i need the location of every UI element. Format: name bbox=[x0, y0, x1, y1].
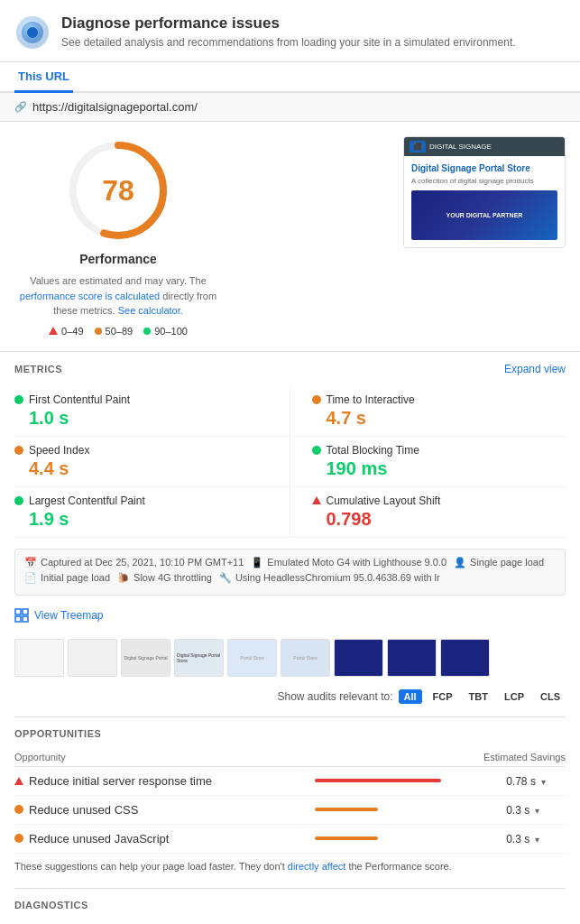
metric-tti-label: Time to Interactive bbox=[327, 393, 415, 406]
divider-1 bbox=[0, 351, 580, 352]
opp-bar-3 bbox=[315, 824, 507, 853]
filmstrip-frame-9 bbox=[440, 639, 490, 677]
filter-cls[interactable]: CLS bbox=[535, 689, 566, 704]
metric-lcp-value: 1.9 s bbox=[29, 509, 268, 530]
filter-all[interactable]: All bbox=[399, 689, 422, 704]
capture-load-type: 👤 Single page load bbox=[454, 557, 544, 568]
metric-lcp: Largest Contentful Paint 1.9 s bbox=[14, 487, 290, 538]
preview-image-text: YOUR DIGITAL PARTNER bbox=[447, 212, 523, 218]
filmstrip-frame-1 bbox=[14, 639, 64, 677]
capture-page-load: 📄 Initial page load bbox=[24, 572, 110, 584]
capture-info: 📅 Captured at Dec 25, 2021, 10:10 PM GMT… bbox=[14, 549, 566, 596]
header-icon bbox=[14, 14, 51, 51]
opp-savings-2[interactable]: 0.3 s ▾ bbox=[506, 795, 566, 824]
user-icon: 👤 bbox=[454, 557, 466, 568]
url-bar: 🔗 https://digitalsignageportal.com/ bbox=[0, 93, 580, 122]
treemap-icon bbox=[14, 608, 29, 623]
opp-savings-bar-1 bbox=[315, 779, 441, 782]
opp-col-savings: Estimated Savings bbox=[315, 748, 566, 767]
calendar-icon: 📅 bbox=[24, 557, 37, 568]
link-icon: 🔗 bbox=[14, 101, 27, 113]
opp-col-name: Opportunity bbox=[14, 748, 315, 767]
preview-header-text: DIGITAL SIGNAGE bbox=[429, 143, 492, 151]
filmstrip-frame-7 bbox=[334, 639, 383, 677]
preview-header: ⬛ DIGITAL SIGNAGE bbox=[404, 137, 565, 156]
filmstrip-frame-4: Digital Signage Portal Store bbox=[174, 639, 224, 677]
legend-good: 90–100 bbox=[143, 326, 188, 337]
opp-chevron-3: ▾ bbox=[535, 835, 539, 845]
opportunities-table: Opportunity Estimated Savings Reduce ini… bbox=[14, 748, 566, 854]
opp-row-1: Reduce initial server response time 0.78… bbox=[14, 766, 566, 795]
diag-item-1[interactable]: Ensure text remains visible during webfo… bbox=[14, 919, 566, 924]
expand-view-link[interactable]: Expand view bbox=[504, 363, 566, 375]
preview-site-title: Digital Signage Portal Store bbox=[411, 163, 557, 173]
filter-tbt[interactable]: TBT bbox=[464, 689, 493, 704]
page-title: Diagnose performance issues bbox=[61, 14, 516, 32]
capture-browser-text: Using HeadlessChromium 95.0.4638.69 with… bbox=[235, 572, 440, 583]
metric-tbt-indicator bbox=[312, 446, 321, 455]
preview-body: Digital Signage Portal Store A collectio… bbox=[404, 156, 565, 247]
page-header: Diagnose performance issues See detailed… bbox=[0, 0, 580, 62]
phone-icon: 📱 bbox=[251, 557, 263, 568]
metric-si-value: 4.4 s bbox=[29, 458, 268, 479]
score-see-calc-link[interactable]: See calculator. bbox=[118, 305, 183, 316]
capture-device-text: Emulated Moto G4 with Lighthouse 9.0.0 bbox=[267, 557, 447, 568]
opp-3-indicator bbox=[14, 834, 23, 843]
url-display: https://digitalsignageportal.com/ bbox=[32, 100, 198, 114]
divider-2 bbox=[14, 716, 566, 717]
opp-2-indicator bbox=[14, 805, 23, 814]
score-preview-row: 78 Performance Values are estimated and … bbox=[14, 136, 566, 337]
legend-avg-icon bbox=[95, 328, 102, 335]
metric-cls-indicator bbox=[312, 496, 321, 504]
metric-fcp-value: 1.0 s bbox=[29, 408, 268, 429]
filter-lcp[interactable]: LCP bbox=[499, 689, 529, 704]
metrics-grid: First Contentful Paint 1.0 s Time to Int… bbox=[14, 386, 566, 538]
tab-this-url[interactable]: This URL bbox=[14, 62, 73, 93]
metric-tti-indicator bbox=[312, 395, 321, 404]
opp-name-1: Reduce initial server response time bbox=[14, 766, 315, 795]
slow-icon: 🐌 bbox=[117, 572, 130, 584]
opp-note-link[interactable]: directly affect bbox=[288, 861, 346, 872]
opp-note: These suggestions can help your page loa… bbox=[14, 859, 566, 874]
filmstrip-frame-2 bbox=[68, 639, 117, 677]
opp-bar-2 bbox=[315, 795, 507, 824]
main-content: 78 Performance Values are estimated and … bbox=[0, 122, 580, 924]
preview-logo: ⬛ bbox=[410, 141, 426, 152]
legend-good-label: 90–100 bbox=[154, 326, 188, 337]
treemap-label: View Treemap bbox=[34, 609, 103, 622]
score-note: Values are estimated and may vary. The p… bbox=[19, 273, 217, 319]
page-icon: 📄 bbox=[24, 572, 37, 584]
svg-rect-8 bbox=[23, 616, 28, 622]
preview-site-desc: A collection of digital signage products bbox=[411, 177, 557, 185]
score-circle: 78 bbox=[64, 136, 172, 245]
audit-filter-label: Show audits relevant to: bbox=[277, 690, 392, 703]
metric-lcp-label: Largest Contentful Paint bbox=[29, 494, 145, 507]
filter-fcp[interactable]: FCP bbox=[428, 689, 458, 704]
metric-tti-value: 4.7 s bbox=[327, 408, 556, 429]
metrics-section-title: METRICS bbox=[14, 364, 62, 374]
opp-chevron-2: ▾ bbox=[535, 806, 539, 816]
legend-average: 50–89 bbox=[95, 326, 133, 337]
capture-load-type-text: Single page load bbox=[470, 557, 544, 568]
capture-browser: 🔧 Using HeadlessChromium 95.0.4638.69 wi… bbox=[219, 572, 440, 584]
opp-bar-1 bbox=[315, 766, 507, 795]
score-calc-link[interactable]: performance score is calculated bbox=[20, 291, 160, 301]
filmstrip-frame-5: Portal Store bbox=[227, 639, 277, 677]
metric-si-indicator bbox=[14, 446, 23, 455]
divider-3 bbox=[14, 888, 566, 889]
score-legend: 0–49 50–89 90–100 bbox=[49, 326, 188, 337]
opp-savings-1[interactable]: 0.78 s ▾ bbox=[506, 766, 566, 795]
diagnostics-list: Ensure text remains visible during webfo… bbox=[14, 919, 566, 924]
page-subtitle: See detailed analysis and recommendation… bbox=[61, 36, 516, 49]
opp-savings-3[interactable]: 0.3 s ▾ bbox=[506, 824, 566, 853]
treemap-link[interactable]: View Treemap bbox=[14, 605, 566, 626]
capture-throttling: 🐌 Slow 4G throttling bbox=[117, 572, 212, 584]
svg-rect-7 bbox=[15, 616, 21, 622]
opp-row-3: Reduce unused JavaScript 0.3 s ▾ bbox=[14, 824, 566, 853]
capture-date: 📅 Captured at Dec 25, 2021, 10:10 PM GMT… bbox=[24, 557, 244, 568]
metric-cls-label: Cumulative Layout Shift bbox=[327, 494, 441, 507]
tab-bar: This URL bbox=[0, 62, 580, 93]
opp-savings-bar-3 bbox=[315, 836, 378, 840]
metrics-header: METRICS Expand view bbox=[14, 363, 566, 375]
capture-page-load-text: Initial page load bbox=[41, 572, 110, 583]
